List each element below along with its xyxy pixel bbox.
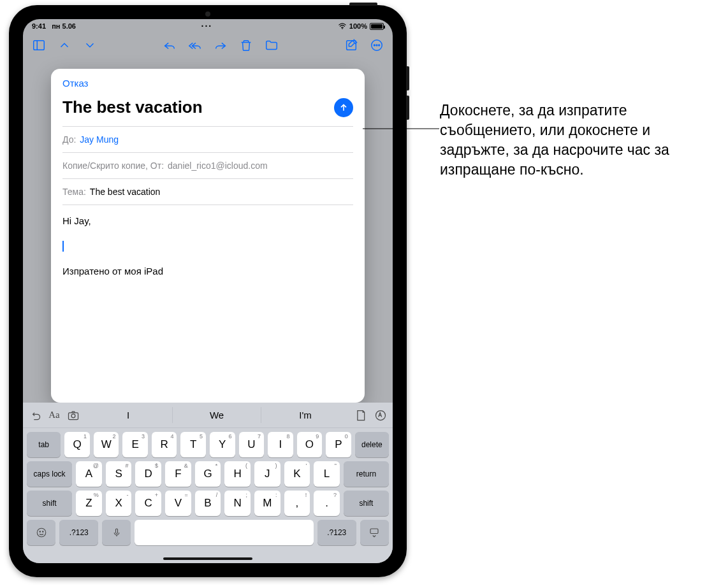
key-x[interactable]: X- [106,491,132,516]
message-body[interactable]: Hi Jay, Изпратено от моя iPad [62,204,353,403]
svg-point-5 [374,45,375,46]
svg-point-7 [379,45,380,46]
front-camera [205,11,210,17]
numsym-right-key[interactable]: .?123 [317,520,356,545]
key-row-3: shift Z%X-C+V=B/N;M: ,! .? shift [27,491,389,516]
scan-document-icon[interactable] [353,408,367,422]
shift-left-key[interactable]: shift [27,491,72,516]
key-u[interactable]: U7 [239,432,265,457]
chevron-up-icon[interactable] [57,38,71,52]
multitask-dots[interactable]: ··· [201,22,213,31]
key-s[interactable]: S# [106,461,132,487]
key-row-1: tab Q1W2E3R4T5Y6U7I8O9P0 delete [27,432,389,457]
cancel-button[interactable]: Отказ [62,78,353,95]
battery-icon [370,23,384,30]
power-button[interactable] [349,3,377,6]
suggestion-2[interactable]: We [172,407,261,423]
subject-value[interactable]: The best vacation [90,187,161,197]
dismiss-keyboard-key[interactable] [360,520,389,545]
reply-icon[interactable] [163,38,177,52]
volume-down-button[interactable] [406,96,409,120]
key-n[interactable]: N; [224,491,251,516]
svg-point-14 [42,531,43,533]
key-t[interactable]: T5 [180,432,206,457]
key-d[interactable]: D$ [135,461,161,487]
to-label: До: [62,134,76,145]
to-value[interactable]: Jay Mung [80,134,119,145]
status-time: 9:41 [32,22,46,30]
key-q[interactable]: Q1 [64,432,90,457]
volume-up-button[interactable] [406,66,409,90]
key-e[interactable]: E3 [122,432,148,457]
key-h[interactable]: H( [224,461,251,487]
key-row-4: .?123 .?123 [27,520,389,545]
reply-all-icon[interactable] [188,38,202,52]
keyboard-suggestions: I We I'm [84,407,349,423]
capslock-key[interactable]: caps lock [27,461,72,487]
cc-from-field[interactable]: Копие/Скрито копие, От: daniel_rico1@icl… [62,152,353,178]
svg-point-0 [342,28,343,29]
compose-sheet: Отказ The best vacation До: Jay Mung Коп… [51,69,365,403]
key-f[interactable]: F& [165,461,191,487]
numsym-left-key[interactable]: .?123 [59,520,98,545]
key-b[interactable]: B/ [195,491,221,516]
undo-icon[interactable] [28,408,42,422]
emoji-key[interactable] [27,520,55,545]
key-j[interactable]: J) [254,461,280,487]
key-m[interactable]: M: [254,491,280,516]
ipad-screen: 9:41 пн 5.06 ··· 100% [23,19,393,563]
status-date: пн 5.06 [52,22,76,30]
space-key[interactable] [135,520,313,545]
svg-rect-15 [115,529,117,534]
key-k[interactable]: K' [284,461,310,487]
dictation-key[interactable] [102,520,131,545]
sidebar-toggle-icon[interactable] [32,38,46,52]
keyboard-toolbar: Aa I We I'm [23,403,393,428]
suggestion-1[interactable]: I [84,407,172,423]
forward-icon[interactable] [214,38,228,52]
status-bar: 9:41 пн 5.06 ··· 100% [23,19,393,33]
key-z[interactable]: Z% [76,491,102,516]
markup-icon[interactable] [374,408,388,422]
annotation-leader-line [363,120,439,122]
battery-percent: 100% [349,22,367,30]
camera-icon[interactable] [66,408,80,422]
svg-point-10 [71,413,75,417]
key-row-2: caps lock A@S#D$F&G*H(J)K'L" return [27,461,389,487]
from-value: daniel_rico1@icloud.com [168,161,268,171]
more-icon[interactable] [370,38,384,52]
trash-icon[interactable] [239,38,253,52]
return-key[interactable]: return [344,461,389,487]
svg-rect-16 [370,529,378,534]
key-w[interactable]: W2 [94,432,119,457]
chevron-down-icon[interactable] [83,38,97,52]
subject-field[interactable]: Тема: The best vacation [62,178,353,204]
text-format-icon[interactable]: Aa [47,408,61,422]
shift-right-key[interactable]: shift [344,491,389,516]
send-button[interactable] [334,98,353,117]
suggestion-3[interactable]: I'm [261,407,349,423]
home-indicator[interactable] [163,557,252,560]
key-g[interactable]: G* [195,461,221,487]
key-r[interactable]: R4 [152,432,177,457]
key-y[interactable]: Y6 [210,432,235,457]
subject-label: Тема: [62,187,86,197]
key-i[interactable]: I8 [268,432,293,457]
compose-icon[interactable] [344,38,358,52]
key-a[interactable]: A@ [76,461,102,487]
key-p[interactable]: P0 [326,432,351,457]
comma-key[interactable]: ,! [284,491,310,516]
key-v[interactable]: V= [165,491,191,516]
tab-key[interactable]: tab [27,432,61,457]
compose-title: The best vacation [62,97,203,117]
svg-point-13 [40,531,41,533]
to-field[interactable]: До: Jay Mung [62,126,353,152]
period-key[interactable]: .? [314,491,340,516]
onscreen-keyboard: Aa I We I'm tab Q [23,403,393,563]
move-folder-icon[interactable] [265,38,279,52]
text-cursor [62,241,64,252]
delete-key[interactable]: delete [355,432,389,457]
key-c[interactable]: C+ [135,491,161,516]
key-o[interactable]: O9 [297,432,323,457]
key-l[interactable]: L" [314,461,340,487]
